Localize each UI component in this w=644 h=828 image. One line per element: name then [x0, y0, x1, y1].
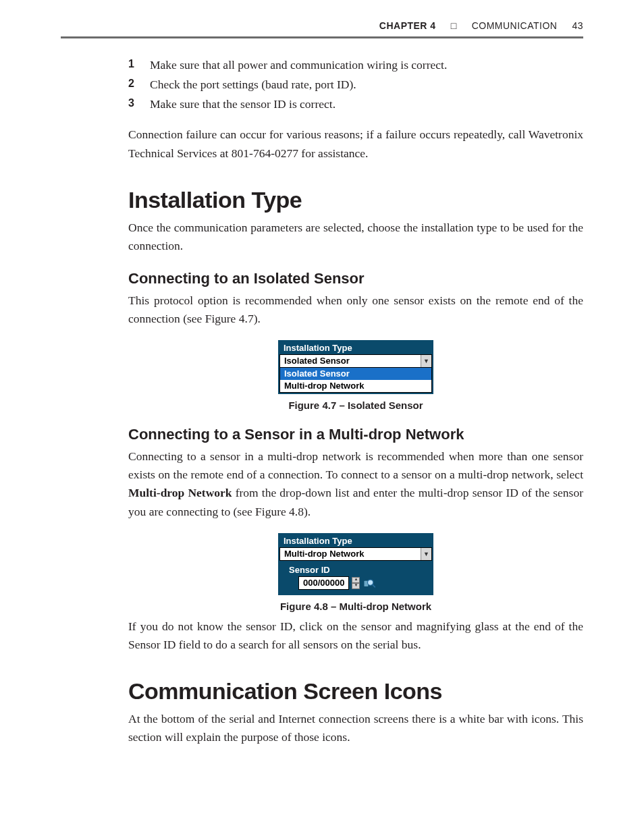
running-header: CHAPTER 4 □ COMMUNICATION 43 — [61, 20, 583, 36]
dropdown-option-multidrop[interactable]: Multi-drop Network — [280, 380, 431, 392]
comm-icons-heading: Communication Screen Icons — [128, 678, 583, 705]
step-text: Make sure that all power and communicati… — [150, 56, 447, 74]
step-item: 2 Check the port settings (baud rate, po… — [128, 76, 583, 94]
step-text: Check the port settings (baud rate, port… — [150, 76, 356, 94]
failure-paragraph: Connection failure can occur for various… — [128, 126, 583, 162]
figure-4-8: Installation Type Multi-drop Network ▼ S… — [128, 533, 583, 612]
square-glyph: □ — [451, 20, 457, 31]
installation-type-dropdown[interactable]: Multi-drop Network ▼ — [279, 547, 432, 561]
search-paragraph: If you do not know the sensor ID, click … — [128, 617, 583, 654]
multidrop-bold: Multi-drop Network — [128, 486, 232, 499]
dropdown-value: Isolated Sensor — [280, 355, 421, 367]
step-item: 1 Make sure that all power and communica… — [128, 56, 583, 74]
installation-type-dropdown[interactable]: Isolated Sensor ▼ — [279, 354, 432, 368]
sensor-id-input[interactable]: 000/00000 — [298, 576, 349, 590]
multidrop-text-pre: Connecting to a sensor in a multi-drop n… — [128, 449, 583, 481]
chevron-down-icon: ▼ — [421, 355, 431, 367]
spinner-up-icon[interactable]: ▲ — [352, 577, 360, 583]
step-number: 2 — [128, 76, 138, 94]
multidrop-para: Connecting to a sensor in a multi-drop n… — [128, 447, 583, 521]
figure-caption: Figure 4.8 – Multi-drop Network — [280, 601, 431, 612]
isolated-sensor-heading: Connecting to an Isolated Sensor — [128, 270, 583, 287]
svg-line-2 — [373, 584, 375, 587]
step-number: 3 — [128, 95, 138, 113]
chapter-title: COMMUNICATION — [472, 20, 558, 31]
installation-type-para: Once the communication parameters are se… — [128, 219, 583, 255]
sensor-id-label: Sensor ID — [279, 561, 432, 576]
dropdown-option-isolated[interactable]: Isolated Sensor — [280, 368, 431, 380]
dropdown-value: Multi-drop Network — [280, 548, 421, 560]
multidrop-heading: Connecting to a Sensor in a Multi-drop N… — [128, 426, 583, 443]
step-text: Make sure that the sensor ID is correct. — [150, 95, 336, 113]
header-rule — [61, 36, 583, 38]
step-item: 3 Make sure that the sensor ID is correc… — [128, 95, 583, 113]
isolated-sensor-para: This protocol option is recommended when… — [128, 292, 583, 328]
comm-icons-para: At the bottom of the serial and Internet… — [128, 710, 583, 746]
installation-type-heading: Installation Type — [128, 187, 583, 213]
installation-type-panel-multi: Installation Type Multi-drop Network ▼ S… — [278, 533, 433, 595]
panel-title: Installation Type — [279, 534, 432, 547]
figure-4-7: Installation Type Isolated Sensor ▼ Isol… — [128, 340, 583, 411]
dropdown-list: Isolated Sensor Multi-drop Network — [279, 368, 432, 393]
magnifying-glass-icon — [363, 576, 376, 590]
spinner-down-icon[interactable]: ▼ — [352, 583, 360, 589]
numbered-steps: 1 Make sure that all power and communica… — [128, 56, 583, 113]
step-number: 1 — [128, 56, 138, 74]
chevron-down-icon: ▼ — [421, 548, 431, 560]
sensor-id-spinner[interactable]: ▲ ▼ — [352, 577, 360, 589]
panel-title: Installation Type — [279, 341, 432, 354]
chapter-label: CHAPTER 4 — [379, 20, 436, 31]
content-area: 1 Make sure that all power and communica… — [61, 56, 583, 746]
sensor-id-row: 000/00000 ▲ ▼ — [279, 576, 432, 590]
figure-caption: Figure 4.7 – Isolated Sensor — [288, 399, 423, 411]
installation-type-panel: Installation Type Isolated Sensor ▼ Isol… — [278, 340, 433, 394]
page-number: 43 — [572, 20, 583, 31]
search-sensor-button[interactable] — [363, 576, 376, 590]
page: CHAPTER 4 □ COMMUNICATION 43 1 Make sure… — [0, 0, 644, 799]
